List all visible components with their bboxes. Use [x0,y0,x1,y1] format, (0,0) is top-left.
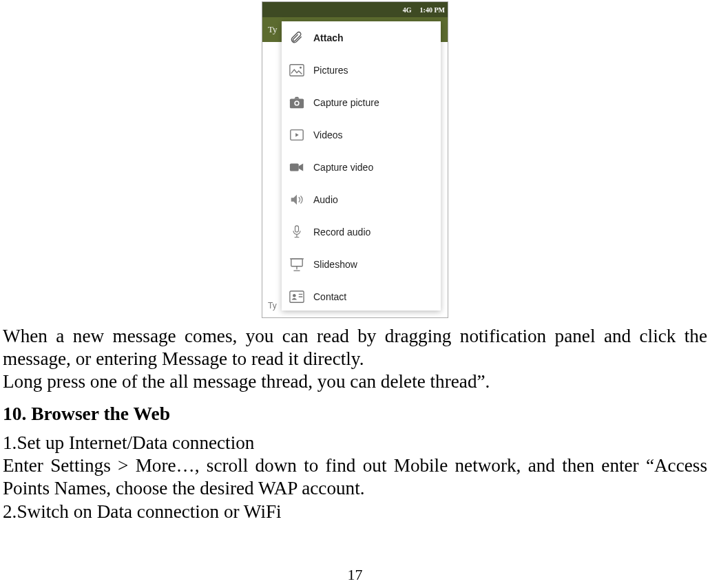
section-heading: 10. Browser the Web [3,402,707,426]
svg-point-11 [295,101,298,104]
menu-item-capture-picture[interactable]: Capture picture [282,86,441,118]
compose-placeholder-partial: Ty [268,24,278,35]
attach-menu: Attach Pictures Capture picture Videos [282,21,441,311]
compose-footer-partial: Ty [262,294,283,317]
menu-item-contact[interactable]: Contact [282,280,441,313]
menu-item-label: Capture picture [313,97,379,108]
microphone-icon [289,225,305,239]
status-bar: 4G 1:40 PM [262,2,448,17]
svg-rect-7 [290,64,304,76]
menu-item-capture-video[interactable]: Capture video [282,151,441,183]
video-file-icon [289,128,305,142]
speaker-icon [289,193,305,207]
menu-item-slideshow[interactable]: Slideshow [282,248,441,280]
paragraph: When a new message comes, you can read b… [3,325,707,370]
paragraph: 1.Set up Internet/Data connection [3,432,707,454]
camera-icon [289,96,305,109]
menu-item-label: Capture video [313,162,373,173]
paragraph: Enter Settings > More…, scroll down to f… [3,454,707,500]
svg-rect-15 [291,258,302,266]
clock-label: 1:40 PM [420,6,445,14]
phone-screenshot: 4G 1:40 PM Ty Attach [262,1,448,318]
svg-point-8 [300,66,302,68]
picture-icon [289,63,305,77]
status-bar-right: 4G 1:40 PM [403,6,445,14]
page-number: 17 [0,566,710,584]
network-type-label: 4G [403,6,412,14]
svg-rect-13 [290,163,299,171]
menu-item-attach[interactable]: Attach [282,21,441,54]
contact-card-icon [289,290,305,304]
menu-item-pictures[interactable]: Pictures [282,54,441,86]
menu-item-label: Contact [313,291,346,302]
slideshow-icon [289,258,305,271]
menu-item-label: Record audio [313,227,370,238]
menu-item-label: Pictures [313,65,348,76]
camcorder-icon [289,160,305,174]
menu-item-record-audio[interactable]: Record audio [282,216,441,248]
menu-item-label: Attach [313,32,344,43]
paragraph: Long press one of the all message thread… [3,370,707,393]
menu-item-label: Audio [313,194,338,205]
page: 4G 1:40 PM Ty Attach [0,0,710,588]
document-body: When a new message comes, you can read b… [0,325,710,523]
svg-rect-14 [295,225,299,231]
paragraph: 2.Switch on Data connection or WiFi [3,501,707,523]
svg-point-17 [293,293,296,297]
footer-label: Ty [268,301,277,311]
paperclip-icon [289,31,305,45]
menu-item-videos[interactable]: Videos [282,118,441,151]
menu-item-audio[interactable]: Audio [282,183,441,216]
menu-item-label: Videos [313,129,343,140]
menu-item-label: Slideshow [313,259,357,270]
